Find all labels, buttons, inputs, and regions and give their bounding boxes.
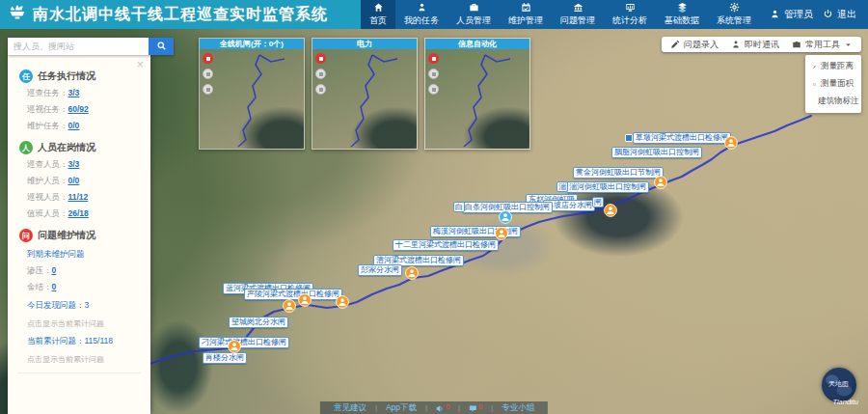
section-title: 问题维护情况 xyxy=(38,229,95,242)
map-label[interactable]: 望城岗北分水闸 xyxy=(229,317,288,328)
section-title: 人员在岗情况 xyxy=(38,141,95,154)
minimap-panel-2[interactable]: 电力 xyxy=(312,38,418,150)
minimap-body[interactable] xyxy=(312,49,417,149)
separator: | xyxy=(425,401,427,414)
personnel-marker-orange[interactable] xyxy=(298,293,312,307)
map-label-chip[interactable]: 闸 xyxy=(592,197,604,207)
personnel-marker-orange[interactable] xyxy=(283,299,296,313)
layers-icon xyxy=(676,2,689,13)
personnel-marker-orange[interactable] xyxy=(228,340,241,353)
home-icon xyxy=(372,2,385,13)
calendar-icon xyxy=(520,2,532,13)
issue-value[interactable]: 0 xyxy=(52,265,57,275)
minimap-panel-1[interactable]: 全线机闸(开：0个) xyxy=(199,38,305,150)
minimap-toggle[interactable] xyxy=(428,84,439,95)
label-marker-icon[interactable] xyxy=(625,134,633,142)
today-issues-link[interactable]: 今日发现问题：3 xyxy=(27,300,141,312)
map-label[interactable]: 湍河倒虹吸出口控制闸 xyxy=(566,181,649,193)
nav-item-首页[interactable]: 首页 xyxy=(361,0,395,29)
toolbar-item-常用工具[interactable]: 常用工具 xyxy=(792,39,853,51)
minimap-panel-3[interactable]: 信息自动化 xyxy=(424,38,530,150)
minimap-toggle[interactable] xyxy=(428,69,439,79)
minimap-toggle[interactable] xyxy=(315,69,326,79)
stat-row: 维护任务：0/0 xyxy=(27,121,141,132)
bottom-link-专业小组[interactable]: 专业小组 xyxy=(502,401,534,414)
nav-item-维护管理[interactable]: 维护管理 xyxy=(500,0,552,29)
stat-value[interactable]: 0/0 xyxy=(68,121,80,130)
minimap-toggle[interactable] xyxy=(203,84,213,95)
section-header: 问问题维护情况 xyxy=(19,229,141,242)
people-icon xyxy=(468,2,480,13)
minimap-body[interactable] xyxy=(200,49,304,149)
nav-item-我的任务[interactable]: 我的任务 xyxy=(395,0,448,29)
personnel-marker-orange[interactable] xyxy=(604,204,617,217)
hint-text: 点击显示当前累计问题 xyxy=(27,318,141,329)
map-label[interactable]: 肖楼分水闸 xyxy=(203,352,247,364)
minimap-toggle[interactable] xyxy=(203,69,213,79)
personnel-marker-orange[interactable] xyxy=(724,136,738,150)
dropdown-item-建筑物标注[interactable]: 建筑物标注 xyxy=(805,93,861,110)
personnel-marker-orange[interactable] xyxy=(405,266,419,280)
close-icon[interactable]: × xyxy=(136,58,144,70)
minimap-body[interactable] xyxy=(425,49,529,149)
dropdown-item-测量距离[interactable]: 测量距离 xyxy=(805,58,861,75)
stat-value[interactable]: 11/12 xyxy=(68,192,89,202)
speaker-icon xyxy=(436,404,445,413)
map-label-chip[interactable]: 白 xyxy=(453,202,465,212)
dropdown-item-测量面积[interactable]: 测量面积 xyxy=(805,75,861,93)
nav-item-基础数据[interactable]: 基础数据 xyxy=(656,0,708,29)
app-root: 南水北调中线干线工程巡查实时监管系统 首页我的任务人员管理维护管理问题管理统计分… xyxy=(0,0,868,414)
minimap-buttons xyxy=(428,53,439,95)
map-label[interactable]: 胭脂河倒虹吸出口控制闸 xyxy=(611,147,702,158)
nav-item-问题管理[interactable]: 问题管理 xyxy=(552,0,604,29)
caret-down-icon xyxy=(844,41,853,49)
bottom-speaker-icon-badge[interactable]: 0 xyxy=(436,402,449,413)
minimap-toggle-active[interactable] xyxy=(203,53,213,64)
map-label[interactable]: 黄金河倒虹吸出口节制闸 xyxy=(573,167,664,179)
gear-icon xyxy=(728,2,741,13)
bottom-message-icon-badge[interactable]: 0 xyxy=(469,402,482,413)
section-header: 人人员在岗情况 xyxy=(19,141,141,154)
cumulative-issues-link[interactable]: 当前累计问题：115/118 xyxy=(27,336,141,347)
map-label[interactable]: 草墩河梁式渡槽出口检修闸 xyxy=(633,132,731,144)
logout-button[interactable]: 退出 xyxy=(823,0,868,29)
nav-label: 我的任务 xyxy=(404,14,439,27)
stat-row: 值班人员：26/18 xyxy=(27,208,141,220)
personnel-marker-orange[interactable] xyxy=(654,176,667,189)
stat-value[interactable]: 0/0 xyxy=(68,176,80,185)
minimap-river-line xyxy=(312,49,417,149)
nav-item-统计分析[interactable]: 统计分析 xyxy=(604,0,656,29)
minimap-toggle-active[interactable] xyxy=(315,53,326,64)
stat-value[interactable]: 60/92 xyxy=(68,104,89,114)
separator: | xyxy=(491,401,493,414)
overdue-issues-link[interactable]: 到期未维护问题 xyxy=(27,249,141,261)
nav-label: 统计分析 xyxy=(612,14,647,27)
personnel-marker-orange[interactable] xyxy=(336,295,349,309)
nav-item-系统管理[interactable]: 系统管理 xyxy=(708,0,760,29)
minimap-toggle[interactable] xyxy=(315,84,326,95)
minimap-buttons xyxy=(315,53,326,95)
map-label[interactable]: 十二里河梁式渡槽出口检修闸 xyxy=(393,239,499,251)
map-label[interactable]: 彭家分水闸 xyxy=(358,264,402,276)
chart-icon xyxy=(624,2,637,13)
stat-value[interactable]: 26/18 xyxy=(68,208,89,218)
search-button[interactable] xyxy=(149,38,174,55)
user-area[interactable]: 管理员 xyxy=(760,0,823,29)
bottom-link-意见建议[interactable]: 意见建议 xyxy=(334,401,366,414)
map-label[interactable]: 刁河梁式渡槽出口检修闸 xyxy=(199,337,289,348)
stat-value[interactable]: 3/3 xyxy=(68,159,80,169)
issue-value[interactable]: 0 xyxy=(52,282,57,291)
personnel-marker-cyan[interactable] xyxy=(499,210,512,224)
bottom-link-App下载[interactable]: App下载 xyxy=(386,401,417,414)
map-toolbar: 问题录入即时通讯常用工具 xyxy=(662,37,861,52)
toolbar-item-问题录入[interactable]: 问题录入 xyxy=(670,39,719,51)
personnel-marker-orange[interactable] xyxy=(495,227,508,240)
toolbar-item-即时通讯[interactable]: 即时通讯 xyxy=(731,39,779,51)
top-header: 南水北调中线干线工程巡查实时监管系统 首页我的任务人员管理维护管理问题管理统计分… xyxy=(0,0,868,29)
search-input[interactable] xyxy=(8,38,149,55)
map-label-chip[interactable]: 湍 xyxy=(556,181,568,192)
minimap-toggle-active[interactable] xyxy=(428,53,439,64)
panel-sections: 任任务执行情况巡查任务：3/3巡视任务：60/92维护任务：0/0人人员在岗情况… xyxy=(17,69,141,220)
nav-item-人员管理[interactable]: 人员管理 xyxy=(448,0,500,29)
stat-value[interactable]: 3/3 xyxy=(68,88,80,97)
